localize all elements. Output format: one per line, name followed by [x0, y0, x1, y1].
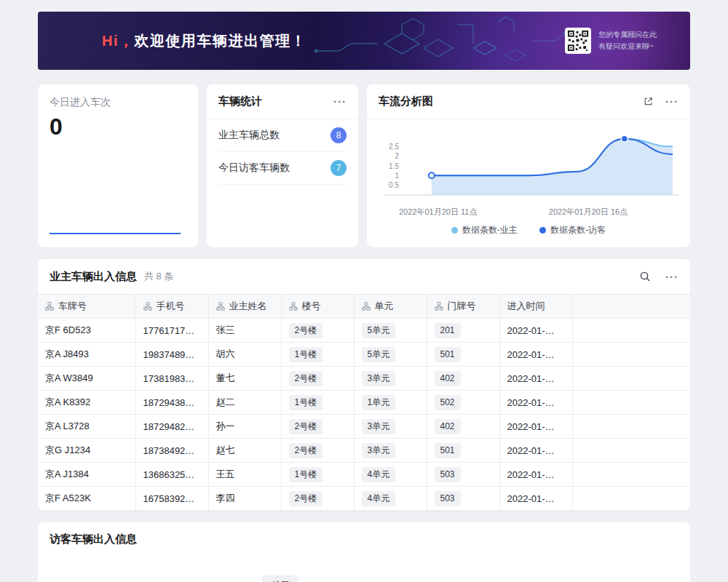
- table-cell-filler: [572, 343, 690, 367]
- stat-count-badge: 7: [331, 160, 347, 176]
- tag-pill: 1号楼: [289, 467, 323, 482]
- column-header[interactable]: 楼号: [281, 295, 354, 319]
- more-icon[interactable]: ···: [665, 96, 678, 107]
- qr-caption-line1: 您的专属顾问在此: [598, 29, 657, 41]
- table-cell: 2022-01-…: [499, 439, 572, 463]
- table-cell: 1号楼: [281, 391, 354, 415]
- tag-pill: 2号楼: [289, 419, 323, 434]
- table-cell-filler: [572, 439, 690, 463]
- tag-pill: 5单元: [362, 347, 396, 362]
- column-header[interactable]: 业主姓名: [208, 295, 281, 319]
- tag-pill: 1号楼: [289, 347, 323, 362]
- table-cell: 董七: [208, 367, 281, 391]
- flow-analysis-title: 车流分析图: [379, 95, 433, 108]
- advisor-qr-block: 您的专属顾问在此 有疑问欢迎来聊~: [565, 28, 657, 54]
- column-label: 业主姓名: [229, 300, 267, 311]
- table-cell: 2022-01-…: [499, 463, 572, 487]
- tag-pill: 2号楼: [289, 491, 323, 506]
- column-header[interactable]: 车牌号: [38, 295, 135, 319]
- table-cell: 2号楼: [281, 367, 354, 391]
- table-row[interactable]: 京A J138413686325…王五1号楼4单元5032022-01-…: [38, 463, 690, 487]
- tag-pill: 1单元: [362, 395, 396, 410]
- owner-table-card: 业主车辆出入信息 共 8 条 ··· 车牌号手机号业主姓名楼号单元门牌号进入时间…: [38, 259, 690, 511]
- table-cell: 1号楼: [281, 343, 354, 367]
- banner-greeting: Hi，欢迎使用车辆进出管理！: [102, 31, 306, 51]
- table-row[interactable]: 京A K839218729438…赵二1号楼1单元5022022-01-…: [38, 391, 690, 415]
- table-cell: 张三: [208, 319, 281, 343]
- table-cell: 2022-01-…: [499, 415, 572, 439]
- stat-row: 业主车辆总数8: [218, 119, 347, 152]
- legend-item[interactable]: 数据条数-访客: [539, 224, 606, 236]
- tag-pill: 1号楼: [289, 395, 323, 410]
- svg-text:1: 1: [395, 172, 399, 180]
- owner-vehicles-table: 车牌号手机号业主姓名楼号单元门牌号进入时间京F 6D52317761717…张三…: [38, 294, 690, 511]
- field-type-icon: [143, 302, 152, 311]
- table-cell: 501: [427, 343, 499, 367]
- qr-caption: 您的专属顾问在此 有疑问欢迎来聊~: [598, 29, 657, 52]
- visitor-table-title: 访客车辆出入信息: [50, 533, 678, 546]
- table-cell: 王五: [208, 463, 281, 487]
- table-row[interactable]: 京A L372818729482…孙一2号楼3单元4022022-01-…: [38, 415, 690, 439]
- column-header[interactable]: 单元: [354, 295, 427, 319]
- table-cell: 京A J1384: [38, 463, 135, 487]
- table-row[interactable]: 京F A523K16758392…李四2号楼4单元5032022-01-…: [38, 487, 690, 511]
- table-row[interactable]: 京F 6D52317761717…张三2号楼5单元2012022-01-…: [38, 319, 690, 343]
- top-cards-row: 今日进入车次 0 车辆统计 ··· 业主车辆总数8今日访客车辆数7 车流分析图 …: [38, 84, 690, 247]
- visitor-partial-tag[interactable]: 截屏: [262, 575, 298, 582]
- legend-item[interactable]: 数据条数-业主: [451, 224, 518, 236]
- table-cell: 2022-01-…: [499, 487, 572, 511]
- table-cell: 赵二: [208, 391, 281, 415]
- field-type-icon: [45, 302, 54, 311]
- svg-text:1.5: 1.5: [389, 162, 399, 170]
- table-row[interactable]: 京G J123418738492…赵七2号楼3单元5012022-01-…: [38, 439, 690, 463]
- search-icon[interactable]: [639, 271, 651, 282]
- export-icon[interactable]: [643, 96, 654, 107]
- table-cell: 201: [427, 319, 499, 343]
- table-cell: 503: [427, 487, 499, 511]
- table-cell: 京G J1234: [38, 439, 135, 463]
- flow-analysis-card: 车流分析图 ··· 0.511.522.5 2022年01月20日 11点 20…: [367, 84, 690, 247]
- table-cell: 2022-01-…: [499, 319, 572, 343]
- table-header-row: 车牌号手机号业主姓名楼号单元门牌号进入时间: [38, 295, 690, 319]
- table-cell: 京F A523K: [38, 487, 135, 511]
- table-cell: 2022-01-…: [499, 343, 572, 367]
- today-entries-title: 今日进入车次: [50, 96, 186, 109]
- welcome-banner: Hi，欢迎使用车辆进出管理！: [38, 12, 690, 70]
- table-cell: 2号楼: [281, 415, 354, 439]
- legend-dot: [451, 227, 458, 234]
- column-label: 楼号: [302, 300, 321, 311]
- tag-pill: 4单元: [362, 491, 396, 506]
- column-header[interactable]: 进入时间: [499, 295, 572, 319]
- table-cell: 孙一: [208, 415, 281, 439]
- column-header[interactable]: 门牌号: [427, 295, 499, 319]
- table-cell: 胡六: [208, 343, 281, 367]
- table-cell: 502: [427, 391, 499, 415]
- table-row[interactable]: 京A J849319837489…胡六1号楼5单元5012022-01-…: [38, 343, 690, 367]
- table-cell: 2022-01-…: [499, 391, 572, 415]
- table-cell: 19837489…: [135, 343, 208, 367]
- column-label: 单元: [375, 300, 394, 311]
- field-type-icon: [289, 302, 298, 311]
- tag-pill: 201: [435, 323, 461, 338]
- more-icon[interactable]: ···: [333, 96, 347, 107]
- owner-table-title: 业主车辆出入信息: [50, 270, 137, 284]
- table-cell: 13686325…: [135, 463, 208, 487]
- tag-pill: 501: [435, 347, 461, 362]
- table-cell: 5单元: [354, 343, 427, 367]
- more-icon[interactable]: ···: [665, 271, 678, 282]
- tag-pill: 2号楼: [289, 371, 323, 386]
- table-row[interactable]: 京A W384917381983…董七2号楼3单元4022022-01-…: [38, 367, 690, 391]
- svg-text:2.5: 2.5: [389, 143, 399, 151]
- x-axis-label-start: 2022年01月20日 11点: [399, 207, 477, 218]
- column-header[interactable]: 手机号: [135, 295, 208, 319]
- visitor-table-card: 访客车辆出入信息 截屏: [38, 522, 690, 582]
- field-type-icon: [362, 302, 371, 311]
- legend-label: 数据条数-访客: [550, 224, 606, 236]
- table-cell: 503: [427, 463, 499, 487]
- vehicle-stats-card: 车辆统计 ··· 业主车辆总数8今日访客车辆数7: [207, 84, 358, 247]
- flow-analysis-header: 车流分析图 ···: [367, 84, 690, 119]
- table-cell: 17381983…: [135, 367, 208, 391]
- table-cell-filler: [572, 415, 690, 439]
- column-label: 手机号: [157, 300, 185, 311]
- tag-pill: 4单元: [362, 467, 396, 482]
